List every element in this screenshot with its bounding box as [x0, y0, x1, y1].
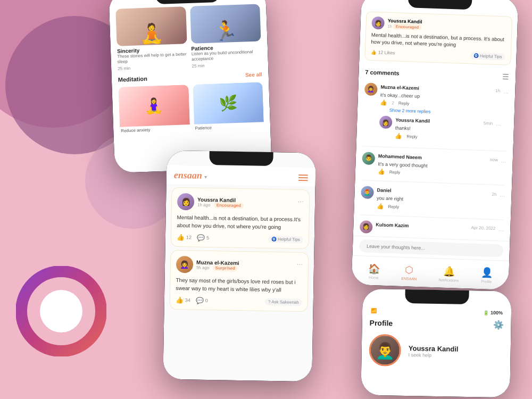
profile-title: Profile [370, 318, 393, 327]
wifi-icon-4: 📶 [371, 308, 377, 313]
post-actions-2: 👍 34 💬 0 ? Ask Sakeenah [176, 296, 302, 306]
nav-ensaan[interactable]: ⬡ ENSAAN [401, 263, 417, 280]
profile-info: Youssra Kandil I seek help [409, 344, 459, 359]
nested-dots-1[interactable]: ... [496, 120, 501, 127]
nav-profile[interactable]: 👤 Profile [480, 267, 493, 284]
like-icon-3[interactable]: 👍 [376, 203, 384, 210]
post-meta-2: 5h ago Surprised [196, 265, 239, 271]
nav-home-label: Home [369, 275, 379, 279]
nav-ensaan-label: ENSAAN [401, 276, 417, 280]
svg-point-1 [40, 290, 82, 332]
gear-icon[interactable]: ⚙️ [493, 320, 503, 330]
comment-dots-3[interactable]: ... [500, 191, 505, 198]
pp-avatar: 👩 [371, 16, 385, 30]
comment-row-2: 👨 Mohammed Naeem now ... It's a very goo… [362, 152, 506, 180]
phone-profile: 📶 🔋 100% Profile ⚙️ 👨‍🦱 Youssra Kandil I… [361, 289, 511, 398]
avatar-youssra-1: 👩 [177, 193, 195, 211]
avatar-kulsom: 👩 [360, 220, 373, 234]
meditation-header: Meditation See all [118, 71, 262, 82]
comment-dots-2[interactable]: ... [501, 156, 506, 164]
phone-social-feed: ensaan ▾ 👩 Youssra Kandil 1h ago [163, 151, 315, 382]
post-preview: 👩 Youssra Kandil 1h Encouraged Mental he… [364, 11, 512, 65]
post-header-1: 👩 Youssra Kandil 1h ago Encouraged ... [177, 193, 304, 212]
like-button-1[interactable]: 👍 12 [177, 234, 192, 241]
comment-dots-1[interactable]: ... [503, 87, 509, 95]
comment-button-2[interactable]: 💬 0 [196, 297, 208, 304]
pp-text: Mental health...is not a destination, bu… [371, 31, 506, 50]
avatar-naeem: 👨 [362, 152, 375, 165]
meditation-cards: 🧘‍♀️ Reduce anxiety 🌿 Patience [118, 82, 264, 135]
comment-input[interactable] [359, 239, 504, 257]
like-button-2[interactable]: 👍 34 [176, 296, 190, 304]
meditation-card-1[interactable]: 🧘‍♀️ Reduce anxiety [118, 85, 190, 135]
content-cards: 🧘 Sincerity These stories will help to g… [115, 4, 262, 71]
post-user-1: 👩 Youssra Kandil 1h ago Encouraged [177, 193, 244, 211]
reply-button-3[interactable]: Reply [388, 204, 399, 210]
comment-body-3: Daniel 2h ... you are right 👍 Reply [376, 187, 505, 214]
helpful-tag-1: 🧿 Helpful Tips [268, 235, 303, 243]
pp-time: 1h Encouraged [387, 23, 422, 30]
pp-likes: 👍 12 Likes [371, 49, 395, 56]
comment-dots-4[interactable]: ... [498, 225, 504, 232]
post-header-2: 👩‍🦱 Muzna el-Kazemi 5h ago Surprised ... [176, 256, 303, 275]
comment-body-1: Muzna el-Kazemi 1h ... it's okay...cheer… [380, 83, 509, 111]
pp-footer: 👍 12 Likes 🧿 Helpful Tips [371, 48, 505, 60]
filter-icon[interactable]: ☰ [502, 72, 510, 81]
meditation-card-2[interactable]: 🌿 Patience [193, 82, 264, 132]
nav-notifications[interactable]: 🔔 Notifications [438, 265, 459, 282]
comment-time-4: Apr 20, 2022 [471, 226, 495, 231]
bottom-nav: 🏠 Home ⬡ ENSAAN 🔔 Notifications 👤 Profil… [351, 255, 509, 290]
bell-icon: 🔔 [443, 265, 455, 277]
comment-username-4: Kulsom Kazim [376, 222, 409, 228]
comment-item-1: 👩‍🦱 Muzna el-Kazemi 1h ... it's okay...c… [356, 79, 516, 149]
phone-notch-4 [405, 289, 469, 304]
nested-time-1: 5min [484, 121, 493, 126]
post-dots-2[interactable]: ... [296, 258, 303, 267]
post-text-1: Mental health...is not a destination, bu… [177, 213, 303, 231]
comment-body-4: Kulsom Kazim Apr 20, 2022 ... [376, 221, 504, 238]
reply-button-nested-1[interactable]: Reply [406, 134, 418, 139]
profile-name: Youssra Kandil [409, 344, 459, 353]
reply-button-1[interactable]: Reply [398, 101, 410, 106]
post-card-2: 👩‍🦱 Muzna el-Kazemi 5h ago Surprised ...… [170, 250, 309, 312]
profile-avatar: 👨‍🦱 [369, 334, 401, 367]
helpful-tag-2: ? Ask Sakeenah [265, 298, 302, 305]
comment-button-1[interactable]: 💬 5 [197, 234, 209, 242]
sincerity-desc: These stories will help to get a better … [117, 52, 187, 65]
nested-comment-1: 👩 Youssra Kandil 5min ... thanks! [379, 114, 508, 146]
hamburger-menu[interactable] [298, 174, 308, 180]
comment-username-3: Daniel [377, 188, 392, 194]
comment-icon-2: 💬 [196, 297, 204, 304]
patience-image: 🏃 [190, 4, 261, 44]
nested-body-1: Youssra Kandil 5min ... thanks! 👍 Reply [395, 117, 501, 144]
profile-icon: 👤 [481, 267, 493, 279]
like-icon-2[interactable]: 👍 [378, 169, 385, 176]
comments-count: 7 comments [365, 69, 400, 76]
sincerity-card[interactable]: 🧘 Sincerity These stories will help to g… [115, 6, 187, 71]
like-icon-nested-1[interactable]: 👍 [395, 132, 402, 139]
comment-item-3: 👨‍🦰 Daniel 2h ... you are right 👍 [354, 182, 512, 218]
meditation-label-2: Patience [194, 122, 264, 132]
battery-4: 🔋 100% [483, 310, 503, 316]
comment-body-2: Mohammed Naeem now ... It's a very good … [378, 152, 506, 180]
nav-home[interactable]: 🏠 Home [368, 262, 380, 279]
comment-item-2: 👨 Mohammed Naeem now ... It's a very goo… [355, 148, 513, 184]
app-header: ensaan ▾ [167, 165, 316, 187]
patience-card[interactable]: 🏃 Patience Listen as you build unconditi… [190, 4, 262, 68]
logo-ring [16, 266, 106, 356]
comment-username-2: Mohammed Naeem [378, 153, 422, 160]
app-logo: ensaan ▾ [174, 170, 207, 181]
post-dots-1[interactable]: ... [297, 195, 304, 204]
comment-username-1: Muzna el-Kazemi [380, 84, 419, 91]
home-icon: 🏠 [368, 262, 380, 275]
like-icon-1[interactable]: 👍 [380, 99, 387, 106]
reply-button-2[interactable]: Reply [389, 170, 401, 175]
see-all-button[interactable]: See all [245, 72, 262, 78]
comment-time-1: 1h [495, 88, 500, 93]
phone-notch-2 [209, 151, 273, 166]
thumbs-up-icon-2: 👍 [176, 296, 184, 304]
meditation-image-2: 🌿 [193, 82, 264, 124]
post-card-1: 👩 Youssra Kandil 1h ago Encouraged ... M… [171, 187, 310, 250]
pp-user: 👩 Youssra Kandil 1h Encouraged [371, 16, 506, 34]
thumbs-up-icon-1: 👍 [177, 234, 185, 241]
